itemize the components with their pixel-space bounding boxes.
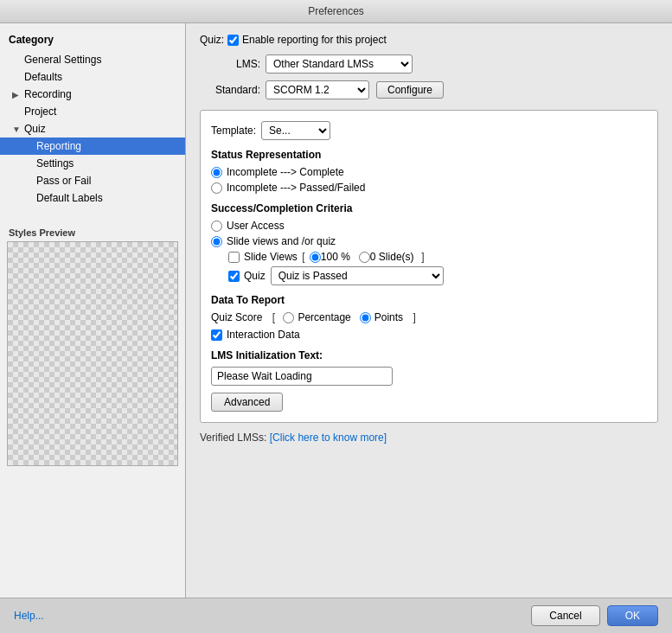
interaction-data-label: Interaction Data [227, 329, 300, 341]
help-link[interactable]: Help... [14, 610, 44, 622]
sidebar-item-pass-or-fail[interactable]: Pass or Fail [0, 172, 185, 189]
slide-views-checkbox[interactable] [228, 252, 240, 263]
advanced-button[interactable]: Advanced [211, 393, 283, 412]
standard-label: Standard: [200, 84, 260, 96]
cancel-button[interactable]: Cancel [531, 605, 599, 626]
title-bar: Preferences [0, 0, 672, 23]
lms-row: LMS: Other Standard LMSs SCORM Cloud Moo… [200, 54, 658, 74]
content-area: Quiz: Enable reporting for this project … [186, 23, 672, 598]
slide-views-row: Slide Views [ 100 % 0 Slide(s) ] [228, 251, 647, 263]
interaction-data-row: Interaction Data [211, 329, 647, 341]
sidebar-item-label: General Settings [24, 54, 101, 66]
score-bracket-open: [ [269, 311, 278, 323]
radio-incomplete-passed: Incomplete ---> Passed/Failed [211, 182, 647, 194]
ok-button[interactable]: OK [607, 605, 658, 626]
quiz-score-row: Quiz Score [ Percentage Points ] [211, 311, 647, 323]
radio-user-access-input[interactable] [211, 221, 222, 232]
arrow-icon: ▼ [12, 125, 22, 134]
points-label: Points [374, 311, 403, 323]
sidebar-item-label: Defaults [24, 71, 62, 83]
arrow-icon: ▶ [12, 90, 22, 99]
radio-percentage-input[interactable] [283, 312, 294, 323]
sidebar-item-label: Settings [36, 157, 74, 169]
score-bracket-close: ] [410, 311, 416, 323]
quiz-checkbox[interactable] [228, 271, 240, 282]
bracket-open: [ [299, 251, 308, 263]
sidebar-item-label: Project [24, 106, 56, 118]
radio-user-access-label: User Access [227, 220, 285, 232]
percentage-label: Percentage [298, 311, 350, 323]
standard-row: Standard: SCORM 1.2 SCORM 2004 AICC Conf… [200, 80, 658, 99]
percent-label: 100 % [321, 251, 350, 263]
data-to-report-section: Data To Report Quiz Score [ Percentage P… [211, 294, 647, 341]
radio-user-access: User Access [211, 220, 647, 232]
main-panel: Template: Se... Default Custom Status Re… [200, 110, 658, 423]
sidebar-item-settings[interactable]: Settings [0, 155, 185, 172]
quiz-score-label: Quiz Score [211, 311, 262, 323]
success-criteria-section: Success/Completion Criteria User Access … [211, 202, 647, 285]
quiz-status-row: Quiz Quiz is Passed Quiz is Complete Qui… [228, 266, 647, 285]
styles-preview-label: Styles Preview [0, 221, 185, 241]
standard-select[interactable]: SCORM 1.2 SCORM 2004 AICC [266, 80, 369, 99]
enable-reporting-label: Enable reporting for this project [242, 34, 387, 46]
slide-views-label: Slide Views [244, 251, 298, 263]
radio-slide-views-label: Slide views and /or quiz [227, 235, 336, 247]
status-representation-title: Status Representation [211, 149, 647, 161]
sidebar-item-label: Recording [24, 88, 72, 100]
slides-label: 0 Slide(s) [370, 251, 414, 263]
quiz-status-select[interactable]: Quiz is Passed Quiz is Complete Quiz is … [271, 266, 444, 285]
sidebar-item-default-labels[interactable]: Default Labels [0, 189, 185, 207]
sidebar-item-label: Pass or Fail [36, 175, 91, 187]
verified-lms-prefix: Verified LMSs: [200, 432, 266, 444]
radio-incomplete-complete-label: Incomplete ---> Complete [227, 166, 344, 178]
configure-button[interactable]: Configure [376, 81, 444, 99]
radio-points-input[interactable] [360, 312, 371, 323]
sidebar: Category General Settings Defaults ▶ Rec… [0, 23, 186, 598]
lms-select[interactable]: Other Standard LMSs SCORM Cloud Moodle [266, 54, 413, 74]
interaction-data-checkbox[interactable] [211, 329, 222, 341]
sidebar-item-project[interactable]: Project [0, 103, 185, 120]
lms-label: LMS: [200, 58, 260, 70]
title-bar-label: Preferences [308, 5, 364, 17]
lms-init-input[interactable] [211, 367, 393, 386]
radio-slides-input[interactable] [359, 252, 370, 263]
sidebar-header: Category [0, 30, 185, 51]
template-label: Template: [211, 125, 256, 137]
radio-incomplete-passed-label: Incomplete ---> Passed/Failed [227, 182, 365, 194]
quiz-label: Quiz: [200, 34, 224, 46]
radio-percent-input[interactable] [310, 252, 321, 263]
lms-init-label: LMS Initialization Text: [211, 349, 647, 361]
sidebar-item-defaults[interactable]: Defaults [0, 68, 185, 86]
sidebar-item-label: Default Labels [36, 192, 103, 204]
bracket-close: ] [416, 251, 425, 263]
quiz-enable-row: Quiz: Enable reporting for this project [200, 34, 658, 46]
quiz-status-label: Quiz [244, 270, 266, 282]
bottom-buttons: Cancel OK [531, 605, 658, 626]
lms-init-section: LMS Initialization Text: Advanced [211, 349, 647, 412]
radio-incomplete-passed-input[interactable] [211, 182, 222, 194]
bottom-bar: Help... Cancel OK [0, 598, 672, 633]
enable-reporting-checkbox[interactable] [227, 35, 239, 46]
sidebar-item-general-settings[interactable]: General Settings [0, 51, 185, 68]
sidebar-item-label: Reporting [36, 140, 81, 152]
template-row: Template: Se... Default Custom [211, 121, 647, 140]
verified-lms-row: Verified LMSs: [Click here to know more] [200, 432, 658, 444]
radio-incomplete-complete: Incomplete ---> Complete [211, 166, 647, 178]
styles-preview-area [7, 241, 178, 466]
radio-slide-views: Slide views and /or quiz [211, 235, 647, 247]
radio-incomplete-complete-input[interactable] [211, 167, 222, 178]
sidebar-item-quiz[interactable]: ▼ Quiz [0, 120, 185, 137]
sidebar-item-reporting[interactable]: Reporting [0, 137, 185, 155]
radio-slide-views-input[interactable] [211, 236, 222, 247]
sidebar-item-label: Quiz [24, 123, 46, 135]
data-to-report-title: Data To Report [211, 294, 647, 306]
sidebar-item-recording[interactable]: ▶ Recording [0, 86, 185, 103]
success-criteria-title: Success/Completion Criteria [211, 202, 647, 214]
verified-lms-link[interactable]: [Click here to know more] [270, 432, 387, 444]
template-select[interactable]: Se... Default Custom [261, 121, 330, 140]
status-representation-section: Status Representation Incomplete ---> Co… [211, 149, 647, 194]
